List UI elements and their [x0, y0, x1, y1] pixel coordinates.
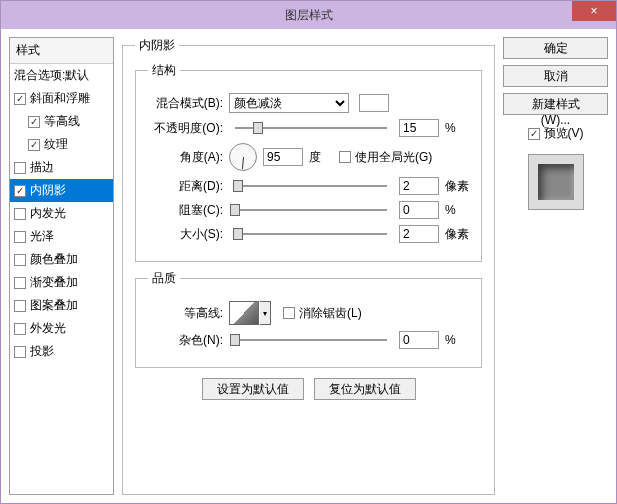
sidebar-item[interactable]: 内发光 — [10, 202, 113, 225]
opacity-label: 不透明度(O): — [148, 120, 223, 137]
new-style-button[interactable]: 新建样式(W)... — [503, 93, 608, 115]
spread-slider[interactable] — [235, 202, 387, 218]
structure-legend: 结构 — [148, 62, 180, 79]
checkbox-icon — [339, 151, 351, 163]
sidebar-item[interactable]: 颜色叠加 — [10, 248, 113, 271]
opacity-unit: % — [445, 121, 469, 135]
checkbox-icon — [14, 300, 26, 312]
noise-unit: % — [445, 333, 469, 347]
global-light-label: 使用全局光(G) — [355, 149, 432, 166]
sidebar-item-label: 外发光 — [30, 320, 66, 337]
inner-shadow-panel: 内阴影 结构 混合模式(B): 颜色减淡 不透明度(O): — [122, 37, 495, 495]
sidebar-item-label: 内阴影 — [30, 182, 66, 199]
angle-input[interactable] — [263, 148, 303, 166]
layer-style-dialog: 图层样式 × 样式 混合选项:默认 ✓斜面和浮雕✓等高线✓纹理描边✓内阴影内发光… — [0, 0, 617, 504]
opacity-input[interactable] — [399, 119, 439, 137]
contour-label: 等高线: — [148, 305, 223, 322]
noise-slider[interactable] — [235, 332, 387, 348]
sidebar-item-label: 图案叠加 — [30, 297, 78, 314]
blend-mode-select[interactable]: 颜色减淡 — [229, 93, 349, 113]
sidebar-item[interactable]: 渐变叠加 — [10, 271, 113, 294]
sidebar-item-label: 颜色叠加 — [30, 251, 78, 268]
checkbox-icon — [14, 323, 26, 335]
window-title: 图层样式 — [285, 7, 333, 24]
size-input[interactable] — [399, 225, 439, 243]
sidebar-item[interactable]: 投影 — [10, 340, 113, 363]
quality-legend: 品质 — [148, 270, 180, 287]
sidebar-item[interactable]: 光泽 — [10, 225, 113, 248]
sidebar-item[interactable]: 图案叠加 — [10, 294, 113, 317]
reset-default-button[interactable]: 复位为默认值 — [314, 378, 416, 400]
noise-label: 杂色(N): — [148, 332, 223, 349]
size-label: 大小(S): — [148, 226, 223, 243]
checkbox-icon — [14, 346, 26, 358]
checkbox-icon: ✓ — [28, 139, 40, 151]
opacity-slider[interactable] — [235, 120, 387, 136]
angle-unit: 度 — [309, 149, 333, 166]
quality-group: 品质 等高线: ▾ 消除锯齿(L) — [135, 270, 482, 368]
checkbox-icon — [14, 162, 26, 174]
sidebar-item-label: 描边 — [30, 159, 54, 176]
right-column: 确定 取消 新建样式(W)... ✓ 预览(V) — [503, 37, 608, 495]
angle-dial[interactable] — [229, 143, 257, 171]
checkbox-icon — [14, 254, 26, 266]
preview-thumbnail — [528, 154, 584, 210]
titlebar: 图层样式 × — [1, 1, 616, 29]
chevron-down-icon[interactable]: ▾ — [260, 301, 271, 325]
checkbox-icon — [14, 231, 26, 243]
sidebar-item-label: 等高线 — [44, 113, 80, 130]
preview-label: 预览(V) — [544, 125, 584, 142]
sidebar-item[interactable]: 描边 — [10, 156, 113, 179]
size-unit: 像素 — [445, 226, 469, 243]
sidebar-item-label: 渐变叠加 — [30, 274, 78, 291]
checkbox-icon: ✓ — [528, 128, 540, 140]
preview-checkbox[interactable]: ✓ 预览(V) — [528, 125, 584, 142]
contour-picker[interactable] — [229, 301, 259, 325]
ok-button[interactable]: 确定 — [503, 37, 608, 59]
distance-input[interactable] — [399, 177, 439, 195]
size-slider[interactable] — [235, 226, 387, 242]
sidebar-item-label: 纹理 — [44, 136, 68, 153]
checkbox-icon: ✓ — [14, 93, 26, 105]
close-button[interactable]: × — [572, 1, 616, 21]
checkbox-icon: ✓ — [28, 116, 40, 128]
main-panel: 内阴影 结构 混合模式(B): 颜色减淡 不透明度(O): — [122, 37, 495, 495]
sidebar-item[interactable]: ✓斜面和浮雕 — [10, 87, 113, 110]
sidebar-item-label: 投影 — [30, 343, 54, 360]
close-icon: × — [590, 4, 597, 18]
distance-unit: 像素 — [445, 178, 469, 195]
preview-inner — [538, 164, 574, 200]
distance-label: 距离(D): — [148, 178, 223, 195]
spread-label: 阻塞(C): — [148, 202, 223, 219]
checkbox-icon — [14, 277, 26, 289]
sidebar-item[interactable]: ✓内阴影 — [10, 179, 113, 202]
distance-slider[interactable] — [235, 178, 387, 194]
checkbox-icon — [14, 208, 26, 220]
antialias-label: 消除锯齿(L) — [299, 305, 362, 322]
sidebar-item-label: 内发光 — [30, 205, 66, 222]
structure-group: 结构 混合模式(B): 颜色减淡 不透明度(O): — [135, 62, 482, 262]
sidebar-item-blend-options[interactable]: 混合选项:默认 — [10, 64, 113, 87]
checkbox-icon: ✓ — [14, 185, 26, 197]
color-swatch[interactable] — [359, 94, 389, 112]
cancel-button[interactable]: 取消 — [503, 65, 608, 87]
style-list-header: 样式 — [10, 38, 113, 64]
spread-input[interactable] — [399, 201, 439, 219]
antialias-checkbox[interactable]: 消除锯齿(L) — [283, 305, 362, 322]
sidebar-item[interactable]: 外发光 — [10, 317, 113, 340]
sidebar-item[interactable]: ✓纹理 — [10, 133, 113, 156]
sidebar-item-label: 混合选项:默认 — [14, 67, 89, 84]
noise-input[interactable] — [399, 331, 439, 349]
spread-unit: % — [445, 203, 469, 217]
style-list: 样式 混合选项:默认 ✓斜面和浮雕✓等高线✓纹理描边✓内阴影内发光光泽颜色叠加渐… — [9, 37, 114, 495]
sidebar-item-label: 斜面和浮雕 — [30, 90, 90, 107]
checkbox-icon — [283, 307, 295, 319]
blend-mode-label: 混合模式(B): — [148, 95, 223, 112]
set-default-button[interactable]: 设置为默认值 — [202, 378, 304, 400]
panel-title: 内阴影 — [135, 37, 179, 54]
angle-label: 角度(A): — [148, 149, 223, 166]
sidebar-item-label: 光泽 — [30, 228, 54, 245]
global-light-checkbox[interactable]: 使用全局光(G) — [339, 149, 432, 166]
sidebar-item[interactable]: ✓等高线 — [10, 110, 113, 133]
